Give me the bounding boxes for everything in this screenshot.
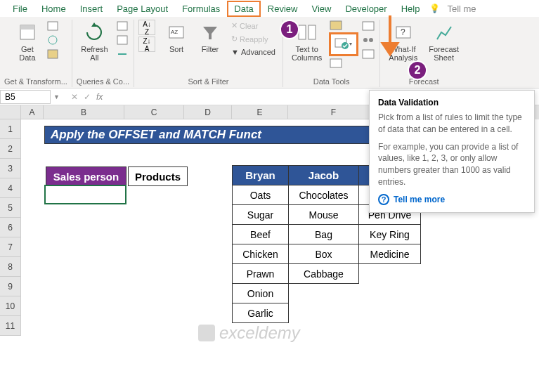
cell[interactable] xyxy=(359,303,421,323)
row-head[interactable]: 7 xyxy=(0,237,21,257)
cell[interactable] xyxy=(359,264,421,284)
arrow-icon xyxy=(379,15,401,65)
svg-point-16 xyxy=(363,38,368,42)
cell[interactable] xyxy=(359,284,421,303)
menu-view[interactable]: View xyxy=(304,1,338,17)
svg-rect-14 xyxy=(330,59,342,67)
editlinks-icon[interactable] xyxy=(115,48,129,60)
svg-rect-9 xyxy=(299,25,306,39)
advanced-button[interactable]: ▼Advanced xyxy=(228,46,278,58)
menu-data[interactable]: Data xyxy=(227,1,260,17)
row-head[interactable]: 11 xyxy=(0,316,21,336)
group-label: Sort & Filter xyxy=(188,77,228,87)
group-label: Data Tools xyxy=(313,77,350,87)
svg-rect-21 xyxy=(198,325,215,341)
refresh-all-button[interactable]: Refresh All xyxy=(77,20,112,63)
sort-az-icon[interactable]: A↓Z xyxy=(138,20,155,35)
svg-rect-18 xyxy=(363,50,374,58)
data-model-icon[interactable] xyxy=(361,48,375,60)
from-text-icon[interactable] xyxy=(46,20,60,32)
col-head[interactable]: D xyxy=(184,105,232,119)
svg-rect-11 xyxy=(330,21,342,30)
reapply-button[interactable]: ↻Reapply xyxy=(228,33,278,45)
remove-dup-icon[interactable] xyxy=(361,20,375,32)
row-head[interactable]: 3 xyxy=(0,159,21,178)
logo-icon xyxy=(197,323,216,343)
col-head[interactable]: C xyxy=(124,105,184,119)
th-bryan: Bryan xyxy=(233,166,289,185)
help-icon: ? xyxy=(378,194,389,205)
consolidate-icon[interactable] xyxy=(329,58,358,69)
cell[interactable] xyxy=(289,303,359,323)
cell[interactable]: Garlic xyxy=(233,303,289,323)
sort-button[interactable]: AZ Sort xyxy=(161,20,192,55)
cell[interactable]: Onion xyxy=(233,284,289,303)
cell[interactable]: Chocolates xyxy=(289,185,359,205)
col-head[interactable]: F xyxy=(288,105,379,119)
properties-icon[interactable] xyxy=(115,34,129,46)
cell[interactable] xyxy=(289,284,359,303)
th-jacob: Jacob xyxy=(289,166,359,185)
tell-me[interactable]: Tell me xyxy=(440,1,483,17)
fx-icon[interactable]: fx xyxy=(96,92,103,102)
svg-rect-5 xyxy=(117,22,127,30)
cell[interactable]: Key Ring xyxy=(359,225,421,244)
bulb-icon: 💡 xyxy=(429,4,440,13)
col-head[interactable]: A xyxy=(21,105,44,119)
col-head[interactable]: E xyxy=(232,105,288,119)
selected-cell[interactable] xyxy=(44,185,126,204)
menu-developer[interactable]: Developer xyxy=(338,1,394,17)
filter-button[interactable]: Filter xyxy=(195,20,226,55)
queries-icon[interactable] xyxy=(115,20,129,32)
row-head[interactable]: 8 xyxy=(0,257,21,277)
row-head[interactable]: 2 xyxy=(0,139,21,159)
cell[interactable]: Medicine xyxy=(359,244,421,264)
menu-review[interactable]: Review xyxy=(261,1,305,17)
forecast-sheet-button[interactable]: Forecast Sheet xyxy=(424,20,463,63)
cell[interactable]: Cabbage xyxy=(289,264,359,284)
row-head[interactable]: 5 xyxy=(0,198,21,218)
watermark: exceldemy xyxy=(197,323,300,343)
cell[interactable]: Beef xyxy=(233,225,289,244)
svg-rect-10 xyxy=(309,25,316,39)
group-label: Queries & Co... xyxy=(77,77,129,87)
flash-fill-icon[interactable] xyxy=(329,20,358,31)
cell[interactable]: Bag xyxy=(289,225,359,244)
cell[interactable]: Sugar xyxy=(233,205,289,225)
header-products: Products xyxy=(128,166,188,186)
row-head[interactable]: 10 xyxy=(0,296,21,316)
name-box[interactable]: B5 xyxy=(0,90,51,104)
data-validation-button[interactable] xyxy=(329,32,358,56)
row-head[interactable]: 9 xyxy=(0,277,21,296)
from-table-icon[interactable] xyxy=(46,48,60,60)
menu-help[interactable]: Help xyxy=(394,1,427,17)
row-headers: 1 2 3 4 5 6 7 8 9 10 11 xyxy=(0,105,21,336)
svg-rect-6 xyxy=(117,36,127,44)
cell[interactable]: Box xyxy=(289,244,359,264)
menu-page-layout[interactable]: Page Layout xyxy=(110,1,175,17)
get-data-button[interactable]: Get Data xyxy=(12,20,43,63)
menu-file[interactable]: File xyxy=(6,1,34,17)
clear-button[interactable]: ✕Clear xyxy=(228,20,278,32)
ribbon: Get Data Get & Transform... Refresh All … xyxy=(0,17,539,89)
cell[interactable]: Oats xyxy=(233,185,289,205)
row-head[interactable]: 1 xyxy=(0,119,21,139)
relationships-icon[interactable] xyxy=(361,34,375,46)
tell-me-more-link[interactable]: ?Tell me more xyxy=(378,194,526,205)
tooltip-title: Data Validation xyxy=(378,98,526,107)
cell[interactable]: Mouse xyxy=(289,205,359,225)
row-head[interactable]: 6 xyxy=(0,218,21,237)
svg-rect-1 xyxy=(20,25,34,30)
menu-insert[interactable]: Insert xyxy=(73,1,110,17)
enter-icon: ✓ xyxy=(84,92,91,102)
col-head[interactable]: B xyxy=(44,105,124,119)
sort-za-icon[interactable]: Z↓A xyxy=(138,37,155,52)
menu-home[interactable]: Home xyxy=(34,1,73,17)
menu-formulas[interactable]: Formulas xyxy=(175,1,227,17)
cell[interactable]: Chicken xyxy=(233,244,289,264)
svg-point-17 xyxy=(369,38,373,42)
svg-rect-2 xyxy=(48,22,58,30)
from-web-icon[interactable] xyxy=(46,34,60,46)
cell[interactable]: Prawn xyxy=(233,264,289,284)
row-head[interactable]: 4 xyxy=(0,178,21,198)
